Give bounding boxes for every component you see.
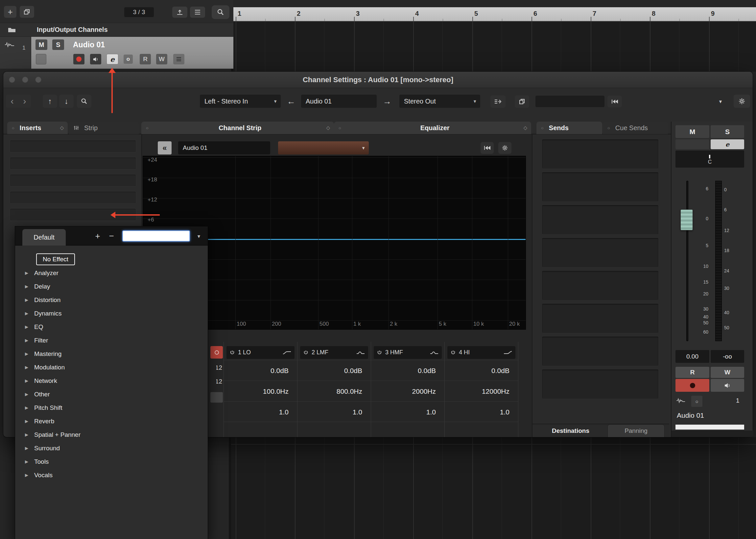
bypass-circle-icon[interactable]: ○ xyxy=(339,125,341,130)
plugin-search-input[interactable] xyxy=(122,230,190,242)
plugin-category-spatial-panner[interactable]: ▶Spatial + Panner xyxy=(15,428,208,441)
insert-slot-1[interactable] xyxy=(10,140,136,152)
reset-button[interactable] xyxy=(607,96,622,108)
menu-dropdown-button[interactable]: ▼ xyxy=(194,232,203,240)
io-channels-header-row[interactable]: Input/Output Channels xyxy=(0,23,233,37)
collection-tab-default[interactable]: Default xyxy=(22,229,66,246)
send-slot-3[interactable] xyxy=(542,205,659,235)
track-freeze-button[interactable]: o xyxy=(123,54,133,64)
plugin-category-network[interactable]: ▶Network xyxy=(15,374,208,387)
track-presets-button[interactable] xyxy=(20,6,34,18)
band-power-icon[interactable] xyxy=(230,350,235,355)
goto-input-button[interactable]: ← xyxy=(284,95,298,108)
band-power-icon[interactable] xyxy=(451,350,456,355)
insert-slot-4[interactable] xyxy=(10,191,136,204)
band-q-value[interactable]: 1.0 xyxy=(297,401,371,422)
plugin-category-filter[interactable]: ▶Filter xyxy=(15,334,208,347)
timeline-ruler[interactable]: 123456789 xyxy=(233,7,756,22)
copy-settings-button[interactable] xyxy=(515,95,529,108)
band-freq-value[interactable]: 12000Hz xyxy=(445,381,518,401)
diamond-icon[interactable]: ◇ xyxy=(523,125,527,131)
tab-cue-sends[interactable]: ○ Cue Sends xyxy=(603,121,668,134)
track-solo-button[interactable]: S xyxy=(52,39,64,50)
tab-inserts[interactable]: ○ Inserts ◇ xyxy=(7,121,68,134)
send-slot-8[interactable] xyxy=(542,369,659,399)
insert-slot-2[interactable] xyxy=(10,157,136,170)
band-q-value[interactable]: 1.0 xyxy=(224,401,297,422)
track-monitor-button[interactable] xyxy=(90,54,101,64)
eq-preset-select[interactable]: ▼ xyxy=(278,141,369,154)
track-write-automation-button[interactable]: W xyxy=(156,54,167,64)
tab-strip[interactable]: Strip xyxy=(69,121,139,134)
fader-channel-name[interactable]: Audio 01 xyxy=(677,412,704,420)
band-curve-icon[interactable] xyxy=(356,350,365,355)
tab-channel-strip[interactable]: ○ Channel Strip ◇ xyxy=(141,121,334,134)
band-curve-icon[interactable] xyxy=(430,350,438,355)
nav-back-icon[interactable]: ‹ xyxy=(11,96,14,107)
band-q-value[interactable]: 1.0 xyxy=(445,401,518,422)
band-power-icon[interactable] xyxy=(303,350,308,355)
plugin-category-reverb[interactable]: ▶Reverb xyxy=(15,415,208,428)
track-record-enable-button[interactable] xyxy=(73,54,85,64)
band-gain-value[interactable]: 0.0dB xyxy=(371,360,444,381)
send-slot-6[interactable] xyxy=(542,303,659,333)
band-power-icon[interactable] xyxy=(377,350,382,355)
band-freq-value[interactable]: 2000Hz xyxy=(371,381,444,401)
send-slot-7[interactable] xyxy=(542,336,659,366)
plugin-category-vocals[interactable]: ▶Vocals xyxy=(15,468,208,482)
track-color-bar[interactable] xyxy=(675,424,744,429)
tab-panning[interactable]: Panning xyxy=(607,424,665,437)
eq-reset-button[interactable] xyxy=(481,142,494,154)
plugin-category-analyzer[interactable]: ▶Analyzer xyxy=(15,266,208,280)
window-layout-dropdown[interactable]: ▼ xyxy=(713,95,728,108)
window-titlebar[interactable]: Channel Settings : Audio 01 [mono->stere… xyxy=(3,72,753,88)
window-close-button[interactable] xyxy=(9,77,15,83)
previous-channel-button[interactable]: ↑ xyxy=(43,95,57,108)
track-edit-channel-button[interactable]: e xyxy=(107,54,118,64)
eq-band-header[interactable]: 3 HMF xyxy=(374,346,442,359)
goto-output-button[interactable]: → xyxy=(380,95,395,108)
channel-search-button[interactable] xyxy=(77,95,91,108)
band-q-value[interactable]: 1.0 xyxy=(371,401,444,422)
diamond-icon[interactable]: ◇ xyxy=(326,125,330,131)
send-slot-1[interactable] xyxy=(542,139,659,169)
bypass-circle-icon[interactable]: ○ xyxy=(607,125,610,130)
eq-channel-field[interactable]: Audio 01 xyxy=(178,141,270,154)
band-curve-icon[interactable] xyxy=(283,350,291,355)
track-input-gain-box[interactable] xyxy=(36,54,46,64)
nav-forward-icon[interactable]: › xyxy=(23,96,26,107)
volume-readout[interactable]: 0.00 xyxy=(675,350,709,363)
send-slot-5[interactable] xyxy=(542,270,659,300)
track-body[interactable]: M S Audio 01 e o R W xyxy=(31,37,233,69)
import-button[interactable] xyxy=(172,7,188,18)
output-routing-select[interactable]: Stereo Out ▼ xyxy=(399,95,480,108)
track-read-automation-button[interactable]: R xyxy=(140,54,151,64)
eq-band-header[interactable]: 1 LO xyxy=(226,346,294,359)
strip-bypass-fragment[interactable] xyxy=(210,346,223,358)
read-automation-button[interactable]: R xyxy=(675,367,709,378)
plugin-category-mastering[interactable]: ▶Mastering xyxy=(15,347,208,360)
plugin-category-other[interactable]: ▶Other xyxy=(15,387,208,401)
zoom-tool-button[interactable] xyxy=(212,5,229,19)
track-mute-button[interactable]: M xyxy=(36,39,47,50)
menu-item-no-effect[interactable]: No Effect xyxy=(36,253,75,265)
channel-name-field[interactable]: Audio 01 xyxy=(301,95,377,108)
band-freq-value[interactable]: 100.0Hz xyxy=(224,381,297,401)
eq-settings-button[interactable] xyxy=(498,142,511,154)
track-name[interactable]: Audio 01 xyxy=(73,40,105,49)
tab-equalizer[interactable]: ○ Equalizer ◇ xyxy=(334,121,531,134)
band-gain-value[interactable]: 0.0dB xyxy=(297,360,371,381)
monitor-button[interactable] xyxy=(711,379,744,392)
send-slot-4[interactable] xyxy=(542,238,659,268)
track-options-button[interactable] xyxy=(173,54,185,64)
bypass-circle-icon[interactable]: ○ xyxy=(541,125,544,130)
bypass-circle-icon[interactable]: ○ xyxy=(146,125,149,130)
diamond-icon[interactable]: ◇ xyxy=(60,125,64,131)
channel-freeze-button[interactable]: ○ xyxy=(691,396,703,407)
band-gain-value[interactable]: 0.0dB xyxy=(224,360,297,381)
plugin-category-delay[interactable]: ▶Delay xyxy=(15,280,208,293)
menu-zoom-in-button[interactable]: + xyxy=(93,231,103,241)
track-visibility-button[interactable] xyxy=(190,7,205,18)
band-gain-value[interactable]: 0.0dB xyxy=(445,360,518,381)
eq-back-button[interactable]: « xyxy=(158,141,172,154)
